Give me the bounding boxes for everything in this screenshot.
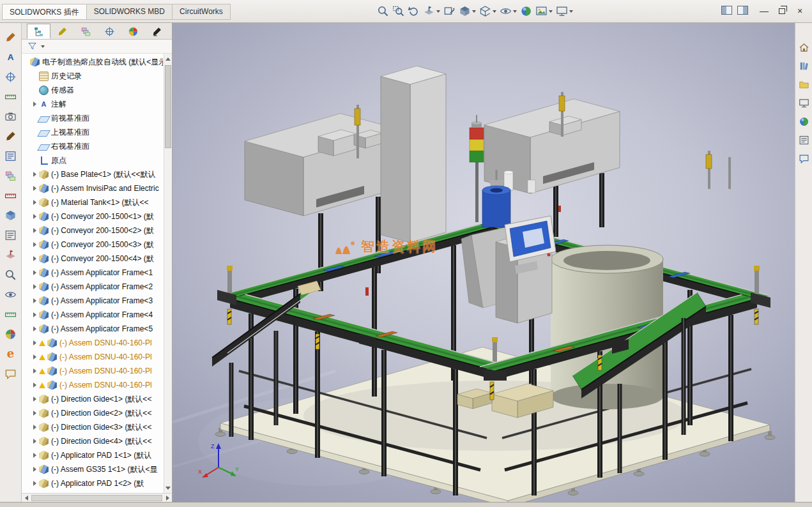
expand-arrow-icon[interactable] [31, 481, 39, 486]
edrawings-icon[interactable]: e [3, 346, 19, 361]
tree-item[interactable]: (-) Assem DSNU-40-160-Pl [22, 364, 163, 378]
section-view-icon[interactable] [422, 3, 441, 19]
restore-button[interactable] [773, 3, 791, 19]
expand-arrow-icon[interactable] [31, 256, 39, 261]
scroll-up-icon[interactable] [164, 54, 172, 63]
tree-item[interactable]: (-) Assem InvisiPac and Electric [22, 181, 163, 195]
scrollbar-thumb[interactable] [31, 495, 162, 501]
expand-arrow-icon[interactable] [31, 186, 39, 191]
tree-item[interactable]: (-) Assem Applicator Frame<3 [22, 294, 163, 308]
magnifying-glass-icon[interactable] [3, 267, 19, 282]
propertymanager-tab[interactable] [50, 24, 74, 39]
expand-arrow-icon[interactable] [31, 270, 39, 275]
close-button[interactable]: × [791, 3, 809, 19]
scrollbar-thumb[interactable] [165, 65, 171, 148]
tree-item[interactable]: (-) Material Tank<1> (默认<< [22, 195, 163, 209]
tree-item[interactable]: (-) Assem Applicator Frame<2 [22, 280, 163, 294]
tree-item[interactable]: 历史记录 [22, 69, 163, 83]
tree-item[interactable]: (-) Applicator PAD 1<2> (默 [22, 476, 163, 490]
expand-arrow-icon[interactable] [31, 425, 39, 430]
display-style-icon[interactable] [478, 3, 498, 19]
tree-item[interactable]: (-) Assem Applicator Frame<1 [22, 266, 163, 280]
apply-scene-icon[interactable] [534, 3, 554, 19]
tree-item[interactable]: (-) Assem DSNU-40-160-Pl [22, 350, 163, 364]
tree-item[interactable]: (-) Direction Gide<2> (默认<< [22, 406, 163, 420]
expand-arrow-icon[interactable] [31, 340, 39, 345]
tree-item[interactable]: (-) Applicator PAD 1<1> (默认 [22, 448, 163, 462]
tree-item[interactable]: (-) Assem Applicator Frame<5 [22, 322, 163, 336]
chevron-down-icon[interactable] [549, 10, 553, 13]
tree-item[interactable]: (-) Conveyor 200-1500<1> (默 [22, 209, 163, 223]
expand-arrow-icon[interactable] [31, 214, 39, 219]
appearances-icon[interactable] [797, 115, 811, 128]
expand-arrow-icon[interactable] [31, 453, 39, 458]
commandmanager-tab[interactable]: SOLIDWORKS 插件 [2, 4, 87, 20]
graphics-area[interactable]: 智造资料网 Z X Y [172, 23, 795, 502]
comment-icon[interactable] [3, 366, 19, 381]
tree-vertical-scrollbar[interactable] [164, 54, 172, 493]
expand-arrow-icon[interactable] [31, 368, 39, 374]
expand-arrow-icon[interactable] [31, 102, 39, 107]
tree-item[interactable]: A注解 [22, 97, 163, 111]
hide-show-items-icon[interactable] [498, 3, 518, 19]
edit-appearance-icon[interactable] [519, 3, 533, 19]
tree-item[interactable]: (-) Conveyor 200-1500<4> (默 [22, 252, 163, 266]
configurationmanager-tab[interactable] [74, 24, 98, 39]
expand-arrow-icon[interactable] [31, 172, 39, 177]
panel-toggle-right-icon[interactable] [737, 6, 748, 15]
dynamic-annotation-icon[interactable] [442, 3, 457, 19]
zoom-area-icon[interactable] [391, 3, 406, 19]
section-line-icon[interactable] [3, 247, 19, 262]
chevron-down-icon[interactable] [436, 10, 440, 13]
featuremanager-tab[interactable] [27, 24, 50, 39]
tree-item[interactable]: (-) Conveyor 200-1500<3> (默 [22, 238, 163, 252]
tree-item[interactable]: 前视基准面 [22, 111, 163, 125]
model-items-icon[interactable] [3, 208, 19, 223]
scroll-left-icon[interactable] [22, 496, 31, 501]
expand-arrow-icon[interactable] [31, 312, 39, 317]
custom-properties-icon[interactable] [797, 133, 811, 147]
expand-arrow-icon[interactable] [31, 200, 39, 205]
minimize-button[interactable]: — [755, 3, 773, 19]
filter-icon[interactable] [27, 42, 37, 51]
zoom-fit-icon[interactable] [376, 3, 390, 19]
tree-item[interactable]: (-) Assem GS35 1<1> (默认<显 [22, 462, 163, 476]
file-explorer-icon[interactable] [797, 78, 811, 91]
commandmanager-tab[interactable]: CircuitWorks [172, 4, 231, 20]
tree-item[interactable]: 原点 [22, 153, 163, 167]
commandmanager-tab[interactable]: SOLIDWORKS MBD [86, 4, 172, 20]
note-icon[interactable] [3, 49, 19, 64]
expand-arrow-icon[interactable] [31, 284, 39, 289]
snapshot-camera-icon[interactable] [3, 109, 19, 124]
view-orientation-icon[interactable] [457, 3, 477, 19]
previous-view-icon[interactable] [406, 3, 421, 19]
expand-arrow-icon[interactable] [31, 397, 39, 402]
tree-item[interactable]: (-) Assem DSNU-40-160-Pl [22, 336, 163, 350]
panel-toggle-left-icon[interactable] [721, 6, 732, 15]
tree-item[interactable]: 右视基准面 [22, 139, 163, 153]
tree-item[interactable]: (-) Base Plate<1> (默认<<默认 [22, 167, 163, 181]
tree-item[interactable]: (-) Assem Applicator Frame<4 [22, 308, 163, 322]
balloon-icon[interactable] [3, 69, 19, 84]
datum-feature-icon[interactable] [3, 148, 19, 163]
expand-arrow-icon[interactable] [31, 439, 39, 444]
expand-arrow-icon[interactable] [31, 326, 39, 331]
geometric-tolerance-icon[interactable] [3, 168, 19, 183]
tree-item[interactable]: (-) Direction Gide<1> (默认<< [22, 392, 163, 406]
measure-icon[interactable] [3, 306, 19, 322]
tree-item[interactable]: 上视基准面 [22, 125, 163, 139]
tree-horizontal-scrollbar[interactable] [22, 493, 172, 502]
chevron-down-icon[interactable] [472, 10, 476, 13]
resources-home-icon[interactable] [797, 41, 811, 54]
tree-item[interactable]: (-) Direction Gide<4> (默认<< [22, 434, 163, 448]
scroll-right-icon[interactable] [163, 496, 172, 501]
expand-arrow-icon[interactable] [31, 411, 39, 416]
expand-arrow-icon[interactable] [31, 242, 39, 247]
expand-arrow-icon[interactable] [31, 228, 39, 233]
expand-arrow-icon[interactable] [31, 298, 39, 303]
displaymanager-tab[interactable] [121, 24, 145, 39]
design-table-icon[interactable] [3, 227, 19, 243]
tree-item[interactable]: (-) Assem DSNU-40-160-Pl [22, 378, 163, 392]
design-library-icon[interactable] [797, 59, 811, 73]
smart-dimension-icon[interactable] [3, 188, 19, 203]
